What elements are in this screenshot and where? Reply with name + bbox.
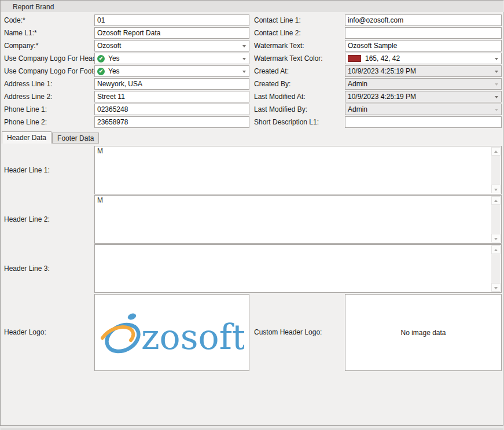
ozosoft-logo-image: zosoft [101,311,244,356]
watermark-text-label: Watermark Text: [254,42,304,50]
chevron-down-icon[interactable] [495,96,498,98]
header-logo-label: Header Logo: [4,328,46,336]
group-header: Report Brand [1,1,503,12]
scrollbar-down-icon[interactable] [491,185,501,193]
short-description-label: Short Description L1: [254,118,319,126]
color-swatch [348,55,361,62]
header-line-3-textarea[interactable] [94,244,502,293]
scrollbar-up-icon[interactable] [491,147,501,156]
watermark-color-select[interactable]: 165, 42, 42 [345,53,502,64]
chevron-down-icon [495,83,498,86]
scrollbar[interactable] [491,245,501,292]
custom-header-logo-image[interactable]: No image data [345,294,502,371]
scrollbar-up-icon[interactable] [491,245,501,254]
created-by-label: Created By: [254,80,290,88]
scrollbar-up-icon[interactable] [491,196,501,205]
last-modified-at-picker[interactable]: 10/9/2023 4:25:19 PM [345,91,502,102]
last-modified-at-label: Last Modified At: [254,93,306,101]
no-image-placeholder: No image data [400,329,446,337]
short-description-input[interactable] [345,116,502,128]
watermark-color-label: Watermark Text Color: [254,54,323,63]
custom-header-logo-label: Custom Header Logo: [254,328,322,336]
contact-line-2-input[interactable] [345,27,502,39]
chevron-down-icon [495,109,498,111]
contact-line-2-label: Contact Line 2: [254,29,301,37]
header-line-1-textarea[interactable]: M [94,146,502,194]
header-line-1-label: Header Line 1: [4,166,50,174]
tab-header-data[interactable]: Header Data [2,131,51,144]
report-brand-window: Report Brand Code:* 01 Name L1:* Ozosoft… [0,0,504,430]
scrollbar[interactable] [491,147,501,193]
report-brand-panel: Report Brand Code:* 01 Name L1:* Ozosoft… [0,0,503,426]
contact-line-1-input[interactable]: info@ozosoft.com [345,14,502,26]
last-modified-by-field: Admin [345,104,502,115]
last-modified-by-label: Last Modified By: [254,105,307,113]
header-logo-image[interactable]: zosoft [94,294,249,371]
watermark-text-input[interactable]: Ozosoft Sample [345,40,502,52]
chevron-down-icon[interactable] [495,71,498,73]
window-bottom-edge [1,428,503,430]
created-at-picker[interactable]: 10/9/2023 4:25:19 PM [345,65,502,77]
header-line-2-label: Header Line 2: [4,215,50,223]
group-title: Report Brand [13,3,54,11]
logo-text: zosoft [141,317,244,356]
scrollbar-down-icon[interactable] [491,283,501,292]
scrollbar[interactable] [491,196,501,242]
header-line-3-label: Header Line 3: [4,264,50,273]
tab-footer-data[interactable]: Footer Data [52,133,99,144]
header-line-2-textarea[interactable]: M [94,195,502,244]
chevron-down-icon[interactable] [495,58,498,60]
scrollbar-down-icon[interactable] [491,234,501,242]
created-by-field: Admin [345,78,502,90]
contact-line-1-label: Contact Line 1: [254,16,301,24]
created-at-label: Created At: [254,67,289,75]
tab-strip: Header Data Footer Data [2,131,99,144]
